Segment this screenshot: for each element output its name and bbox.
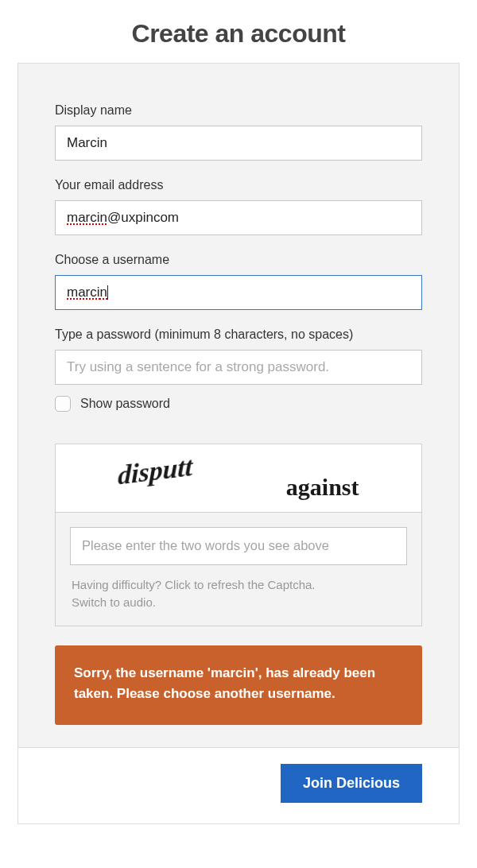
show-password-label: Show password (80, 397, 170, 411)
show-password-row: Show password (55, 396, 422, 412)
display-name-input[interactable]: Marcin (55, 126, 422, 161)
password-placeholder: Try using a sentence for a strong passwo… (67, 359, 329, 375)
captcha-audio-link[interactable]: Switch to audio. (72, 595, 156, 609)
email-label: Your email address (55, 178, 422, 192)
signup-form: Display name Marcin Your email address m… (17, 63, 460, 824)
password-label: Type a password (minimum 8 characters, n… (55, 327, 422, 342)
captcha-word-2: against (286, 474, 359, 501)
email-value: marcin@uxpincom (67, 201, 410, 234)
password-group: Type a password (minimum 8 characters, n… (55, 327, 422, 412)
username-value-p2: n (100, 285, 107, 300)
page-title: Create an account (0, 0, 477, 63)
username-value: marcin (67, 276, 410, 309)
email-value-p2: @uxpincom (107, 210, 179, 226)
captcha-input-wrap (56, 513, 421, 565)
join-button[interactable]: Join Delicious (281, 764, 422, 803)
display-name-label: Display name (55, 103, 422, 118)
username-value-p1: marci (67, 285, 100, 300)
email-input[interactable]: marcin@uxpincom (55, 200, 422, 235)
form-body: Display name Marcin Your email address m… (18, 64, 459, 747)
captcha-input[interactable] (70, 527, 407, 565)
form-footer: Join Delicious (18, 747, 459, 823)
captcha-image: disputt against (56, 444, 421, 513)
username-label: Choose a username (55, 253, 422, 267)
username-input[interactable]: marcin (55, 275, 422, 310)
error-message: Sorry, the username 'marcin', has alread… (55, 645, 422, 726)
captcha-word-1: disputt (118, 451, 192, 491)
show-password-checkbox[interactable] (55, 396, 71, 412)
captcha-section: disputt against Having difficulty? Click… (55, 444, 422, 626)
text-cursor (107, 285, 108, 300)
captcha-refresh-link[interactable]: Having difficulty? Click to refresh the … (72, 578, 316, 591)
captcha-help: Having difficulty? Click to refresh the … (56, 565, 421, 626)
password-input[interactable]: Try using a sentence for a strong passwo… (55, 350, 422, 385)
email-value-p1: marcin (67, 210, 107, 226)
display-name-group: Display name Marcin (55, 103, 422, 161)
display-name-value: Marcin (67, 135, 107, 151)
username-group: Choose a username marcin (55, 253, 422, 310)
email-group: Your email address marcin@uxpincom (55, 178, 422, 235)
